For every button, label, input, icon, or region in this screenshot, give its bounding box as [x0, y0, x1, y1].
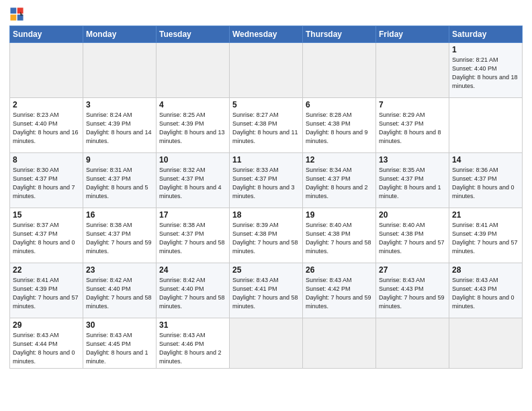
day-cell-10: 10 Sunrise: 8:32 AMSunset: 4:37 PMDaylig… [157, 153, 230, 208]
col-header-monday: Monday [83, 26, 157, 43]
day-cell-2: 2 Sunrise: 8:23 AMSunset: 4:40 PMDayligh… [10, 98, 83, 153]
col-header-wednesday: Wednesday [230, 26, 303, 43]
day-cell-18: 18 Sunrise: 8:39 AMSunset: 4:38 PMDaylig… [230, 208, 303, 263]
calendar-week-5: 22 Sunrise: 8:41 AMSunset: 4:39 PMDaylig… [10, 263, 523, 318]
day-number: 2 [13, 100, 80, 109]
day-info: Sunrise: 8:38 AMSunset: 4:37 PMDaylight:… [86, 221, 153, 256]
empty-cell [230, 318, 303, 369]
day-info: Sunrise: 8:43 AMSunset: 4:41 PMDaylight:… [232, 276, 300, 311]
day-number: 21 [452, 210, 519, 220]
day-number: 1 [452, 45, 519, 54]
day-info: Sunrise: 8:43 AMSunset: 4:43 PMDaylight:… [379, 276, 446, 311]
day-cell-9: 9 Sunrise: 8:31 AMSunset: 4:37 PMDayligh… [83, 153, 157, 208]
day-cell-15: 15 Sunrise: 8:37 AMSunset: 4:37 PMDaylig… [10, 208, 83, 263]
day-number: 24 [159, 265, 226, 275]
empty-cell [83, 43, 157, 98]
page: SundayMondayTuesdayWednesdayThursdayFrid… [0, 0, 532, 411]
day-number: 22 [13, 265, 80, 275]
day-cell-7: 7 Sunrise: 8:29 AMSunset: 4:37 PMDayligh… [376, 98, 449, 153]
day-cell-29: 29 Sunrise: 8:43 AMSunset: 4:44 PMDaylig… [10, 318, 83, 369]
day-info: Sunrise: 8:41 AMSunset: 4:39 PMDaylight:… [452, 221, 519, 256]
calendar-week-6: 29 Sunrise: 8:43 AMSunset: 4:44 PMDaylig… [10, 318, 523, 369]
col-header-friday: Friday [376, 26, 449, 43]
day-number: 27 [379, 265, 446, 275]
calendar-header-row: SundayMondayTuesdayWednesdayThursdayFrid… [10, 26, 523, 43]
day-number: 23 [86, 265, 153, 275]
day-cell-17: 17 Sunrise: 8:38 AMSunset: 4:37 PMDaylig… [157, 208, 230, 263]
empty-cell [376, 318, 449, 369]
day-cell-27: 27 Sunrise: 8:43 AMSunset: 4:43 PMDaylig… [376, 263, 449, 318]
day-number: 17 [159, 210, 226, 220]
day-number: 9 [86, 155, 153, 165]
calendar-week-1: 1 Sunrise: 8:21 AMSunset: 4:40 PMDayligh… [10, 43, 523, 98]
day-cell-3: 3 Sunrise: 8:24 AMSunset: 4:39 PMDayligh… [83, 98, 157, 153]
calendar-week-2: 2 Sunrise: 8:23 AMSunset: 4:40 PMDayligh… [10, 98, 523, 153]
day-number: 12 [306, 155, 373, 165]
day-info: Sunrise: 8:28 AMSunset: 4:38 PMDaylight:… [306, 111, 373, 146]
header [9, 7, 523, 21]
day-cell-23: 23 Sunrise: 8:42 AMSunset: 4:40 PMDaylig… [83, 263, 157, 318]
day-number: 18 [232, 210, 300, 220]
day-cell-13: 13 Sunrise: 8:35 AMSunset: 4:37 PMDaylig… [376, 153, 449, 208]
day-number: 4 [159, 100, 226, 109]
day-info: Sunrise: 8:23 AMSunset: 4:40 PMDaylight:… [13, 111, 80, 146]
col-header-saturday: Saturday [449, 26, 523, 43]
day-number: 31 [159, 320, 226, 330]
day-number: 16 [86, 210, 153, 220]
day-info: Sunrise: 8:42 AMSunset: 4:40 PMDaylight:… [86, 276, 153, 311]
day-info: Sunrise: 8:29 AMSunset: 4:37 PMDaylight:… [379, 111, 446, 146]
day-cell-20: 20 Sunrise: 8:40 AMSunset: 4:38 PMDaylig… [376, 208, 449, 263]
empty-cell [10, 43, 83, 98]
day-cell-31: 31 Sunrise: 8:43 AMSunset: 4:46 PMDaylig… [157, 318, 230, 369]
day-cell-5: 5 Sunrise: 8:27 AMSunset: 4:38 PMDayligh… [230, 98, 303, 153]
day-info: Sunrise: 8:40 AMSunset: 4:38 PMDaylight:… [306, 221, 373, 256]
empty-cell [230, 43, 303, 98]
day-cell-14: 14 Sunrise: 8:36 AMSunset: 4:37 PMDaylig… [449, 153, 523, 208]
empty-cell [449, 318, 523, 369]
day-number: 19 [306, 210, 373, 220]
day-number: 7 [379, 100, 446, 109]
day-info: Sunrise: 8:37 AMSunset: 4:37 PMDaylight:… [13, 221, 80, 256]
day-number: 11 [232, 155, 300, 165]
day-info: Sunrise: 8:36 AMSunset: 4:37 PMDaylight:… [452, 166, 519, 201]
day-cell-1: 1 Sunrise: 8:21 AMSunset: 4:40 PMDayligh… [449, 43, 523, 98]
col-header-thursday: Thursday [303, 26, 376, 43]
day-number: 13 [379, 155, 446, 165]
day-cell-25: 25 Sunrise: 8:43 AMSunset: 4:41 PMDaylig… [230, 263, 303, 318]
day-number: 8 [13, 155, 80, 165]
calendar-table: SundayMondayTuesdayWednesdayThursdayFrid… [9, 26, 523, 369]
day-cell-12: 12 Sunrise: 8:34 AMSunset: 4:37 PMDaylig… [303, 153, 376, 208]
day-info: Sunrise: 8:43 AMSunset: 4:42 PMDaylight:… [306, 276, 373, 311]
col-header-tuesday: Tuesday [157, 26, 230, 43]
col-header-sunday: Sunday [10, 26, 83, 43]
day-cell-4: 4 Sunrise: 8:25 AMSunset: 4:39 PMDayligh… [157, 98, 230, 153]
day-number: 6 [306, 100, 373, 109]
day-info: Sunrise: 8:27 AMSunset: 4:38 PMDaylight:… [232, 111, 300, 146]
day-info: Sunrise: 8:31 AMSunset: 4:37 PMDaylight:… [86, 166, 153, 201]
day-info: Sunrise: 8:30 AMSunset: 4:37 PMDaylight:… [13, 166, 80, 201]
day-info: Sunrise: 8:39 AMSunset: 4:38 PMDaylight:… [232, 221, 300, 256]
day-number: 28 [452, 265, 519, 275]
day-cell-11: 11 Sunrise: 8:33 AMSunset: 4:37 PMDaylig… [230, 153, 303, 208]
day-number: 26 [306, 265, 373, 275]
day-info: Sunrise: 8:43 AMSunset: 4:46 PMDaylight:… [159, 331, 226, 366]
day-info: Sunrise: 8:40 AMSunset: 4:38 PMDaylight:… [379, 221, 446, 256]
calendar-week-4: 15 Sunrise: 8:37 AMSunset: 4:37 PMDaylig… [10, 208, 523, 263]
day-cell-19: 19 Sunrise: 8:40 AMSunset: 4:38 PMDaylig… [303, 208, 376, 263]
day-number: 5 [232, 100, 300, 109]
day-info: Sunrise: 8:21 AMSunset: 4:40 PMDaylight:… [452, 56, 519, 91]
day-cell-28: 28 Sunrise: 8:43 AMSunset: 4:43 PMDaylig… [449, 263, 523, 318]
day-info: Sunrise: 8:25 AMSunset: 4:39 PMDaylight:… [159, 111, 226, 146]
empty-cell [303, 43, 376, 98]
empty-cell [303, 318, 376, 369]
day-info: Sunrise: 8:35 AMSunset: 4:37 PMDaylight:… [379, 166, 446, 201]
day-info: Sunrise: 8:32 AMSunset: 4:37 PMDaylight:… [159, 166, 226, 201]
svg-rect-0 [10, 7, 16, 13]
day-number: 3 [86, 100, 153, 109]
day-cell-30: 30 Sunrise: 8:43 AMSunset: 4:45 PMDaylig… [83, 318, 157, 369]
day-info: Sunrise: 8:34 AMSunset: 4:37 PMDaylight:… [306, 166, 373, 201]
empty-cell [157, 43, 230, 98]
svg-rect-2 [10, 15, 16, 21]
day-number: 14 [452, 155, 519, 165]
day-info: Sunrise: 8:33 AMSunset: 4:37 PMDaylight:… [232, 166, 300, 201]
